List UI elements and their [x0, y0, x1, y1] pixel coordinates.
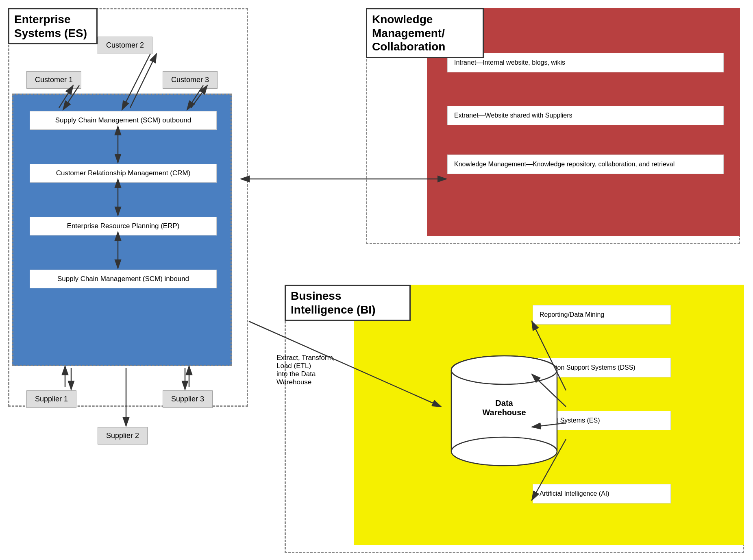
- supplier2-label: Supplier 2: [106, 431, 139, 440]
- supplier3-box: Supplier 3: [163, 390, 213, 408]
- bi-title: BusinessIntelligence (BI): [291, 289, 405, 316]
- scm-inbound-label: Supply Chain Management (SCM) inbound: [57, 275, 189, 283]
- customer1-box: Customer 1: [26, 71, 81, 89]
- km-title: KnowledgeManagement/Collaboration: [372, 13, 478, 54]
- es-title-box: EnterpriseSystems (ES): [8, 8, 98, 44]
- bi-item1-label: Reporting/Data Mining: [540, 311, 604, 318]
- dw-label: DataWarehouse: [459, 399, 549, 417]
- bi-item4: Artificial Intelligence (AI): [533, 484, 671, 503]
- es-blue-box: Supply Chain Management (SCM) outbound C…: [12, 94, 232, 366]
- customer3-label: Customer 3: [171, 76, 209, 84]
- km-item2-label: Extranet—Website shared with Suppliers: [454, 112, 572, 119]
- svg-point-4: [451, 437, 557, 466]
- bi-item4-label: Artificial Intelligence (AI): [540, 490, 609, 497]
- etl-label: Extract, Transform,Load (ETL)into the Da…: [276, 354, 358, 386]
- km-item1-label: Intranet—Internal website, blogs, wikis: [454, 59, 565, 66]
- crm-label: Customer Relationship Management (CRM): [56, 169, 191, 177]
- bi-item1: Reporting/Data Mining: [533, 305, 671, 325]
- supplier1-label: Supplier 1: [35, 395, 68, 403]
- km-item3-label: Knowledge Management—Knowledge repositor…: [454, 161, 675, 168]
- customer2-box: Customer 2: [98, 37, 152, 54]
- scm-outbound-label: Supply Chain Management (SCM) outbound: [55, 116, 192, 124]
- bi-title-box: BusinessIntelligence (BI): [285, 285, 411, 321]
- scm-outbound-box: Supply Chain Management (SCM) outbound: [30, 111, 217, 130]
- erp-label: Enterprise Resource Planning (ERP): [67, 222, 180, 230]
- customer2-label: Customer 2: [106, 41, 144, 49]
- supplier1-box: Supplier 1: [26, 390, 76, 408]
- supplier2-box: Supplier 2: [98, 427, 148, 445]
- etl-label-text: Extract, Transform,Load (ETL)into the Da…: [276, 354, 335, 386]
- supplier3-label: Supplier 3: [171, 395, 204, 403]
- km-item3: Knowledge Management—Knowledge repositor…: [447, 155, 724, 174]
- diagram-container: EnterpriseSystems (ES) Customer 1 Custom…: [0, 0, 753, 560]
- customer3-box: Customer 3: [163, 71, 218, 89]
- km-item1: Intranet—Internal website, blogs, wikis: [447, 53, 724, 72]
- svg-point-5: [451, 356, 557, 384]
- scm-inbound-box: Supply Chain Management (SCM) inbound: [30, 270, 217, 288]
- km-title-box: KnowledgeManagement/Collaboration: [366, 8, 484, 58]
- es-title: EnterpriseSystems (ES): [14, 13, 91, 40]
- km-item2: Extranet—Website shared with Suppliers: [447, 106, 724, 125]
- crm-box: Customer Relationship Management (CRM): [30, 164, 217, 183]
- erp-box: Enterprise Resource Planning (ERP): [30, 217, 217, 235]
- customer1-label: Customer 1: [35, 76, 73, 84]
- dw-label-text: DataWarehouse: [482, 399, 526, 417]
